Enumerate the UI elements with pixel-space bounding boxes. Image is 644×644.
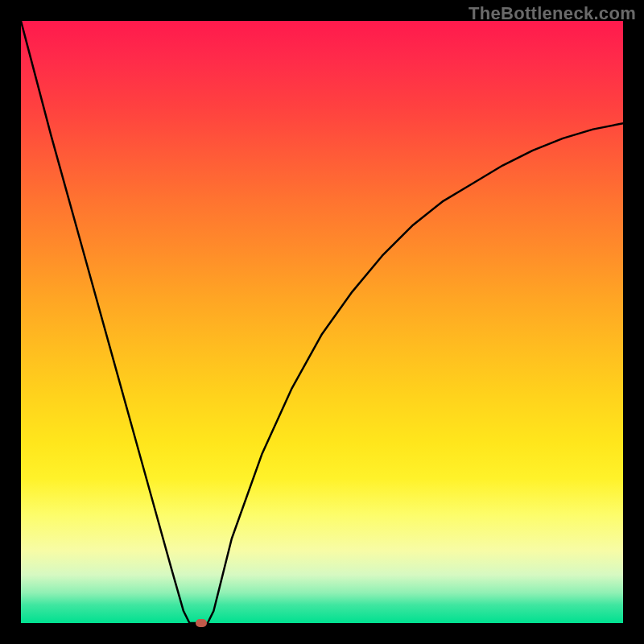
plot-area [21,21,623,623]
bottleneck-curve [21,21,623,623]
minimum-marker [196,619,207,627]
chart-frame: TheBottleneck.com [0,0,644,644]
watermark-text: TheBottleneck.com [469,3,636,24]
